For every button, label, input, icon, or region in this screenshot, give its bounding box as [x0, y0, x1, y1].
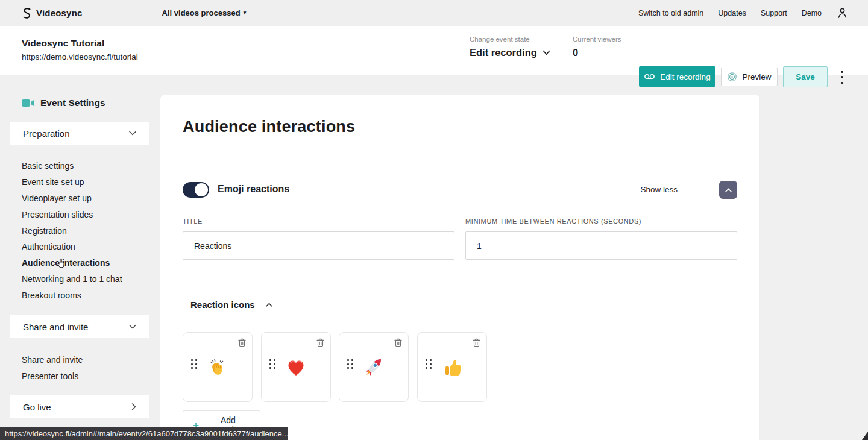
sidebar-group-share-and-invite[interactable]: Share and invite: [10, 315, 149, 338]
video-status-dropdown[interactable]: All videos processed ▾: [162, 8, 247, 17]
chevron-down-icon: [129, 131, 136, 136]
preparation-items: Basic settings Event site set up Videopl…: [22, 158, 122, 303]
record-icon: [644, 73, 655, 80]
chevron-up-icon: [725, 188, 732, 192]
sidebar-item-networking-chat[interactable]: Networking and 1 to 1 chat: [22, 271, 122, 288]
chevron-down-icon: [129, 324, 136, 329]
edit-recording-button[interactable]: Edit recording: [639, 66, 715, 87]
chevron-down-icon: [542, 50, 550, 55]
edit-recording-label: Edit recording: [660, 72, 710, 81]
delete-reaction-icon[interactable]: [237, 337, 248, 348]
current-viewers-count: 0: [573, 47, 621, 58]
share-items: Share and invite Presenter tools: [22, 352, 83, 385]
top-bar: Videosync All videos processed ▾ Switch …: [0, 0, 868, 26]
nav-link-support[interactable]: Support: [761, 9, 787, 17]
share-and-invite-label: Share and invite: [23, 322, 88, 332]
current-viewers-label: Current viewers: [573, 36, 621, 43]
event-state-block: Change event state Edit recording: [470, 36, 550, 58]
delete-reaction-icon[interactable]: [471, 337, 482, 348]
corner-artifact: [862, 432, 868, 440]
event-state-select[interactable]: Edit recording: [470, 47, 550, 58]
title-input[interactable]: [183, 231, 454, 260]
drag-handle-icon[interactable]: [269, 359, 275, 375]
videosync-logo[interactable]: Videosync: [22, 7, 83, 19]
nav-link-switch-old-admin[interactable]: Switch to old admin: [638, 9, 703, 17]
collapse-section-button[interactable]: [719, 181, 737, 199]
nav-link-demo[interactable]: Demo: [802, 9, 822, 17]
page-title: Audience interactions: [183, 118, 355, 136]
sidebar-item-basic-settings[interactable]: Basic settings: [22, 158, 122, 174]
delete-reaction-icon[interactable]: [315, 337, 326, 348]
sidebar-item-presentation-slides[interactable]: Presentation slides: [22, 206, 122, 222]
audience-interactions-panel: Audience interactions Emoji reactions Sh…: [160, 95, 760, 440]
emoji-reactions-toggle[interactable]: [183, 182, 209, 198]
video-status-label: All videos processed: [162, 8, 241, 17]
reaction-card-heart: [261, 332, 331, 402]
save-label: Save: [796, 72, 815, 81]
chevron-up-icon: [266, 303, 272, 307]
event-header: Videosync Tutorial https://demo.videosyn…: [0, 26, 868, 75]
reaction-icons-header[interactable]: Reaction icons: [190, 300, 272, 310]
sidebar-item-registration[interactable]: Registration: [22, 222, 122, 239]
sidebar-item-videoplayer-set-up[interactable]: Videoplayer set up: [22, 190, 122, 207]
save-button[interactable]: Save: [783, 66, 828, 87]
drag-handle-icon[interactable]: [426, 359, 432, 375]
preview-label: Preview: [742, 72, 771, 81]
min-time-field-label: MINIMUM TIME BETWEEN REACTIONS (SECONDS): [465, 218, 641, 225]
nav-link-updates[interactable]: Updates: [718, 9, 746, 17]
clap-emoji-icon: [206, 355, 230, 379]
show-less-link[interactable]: Show less: [640, 185, 678, 194]
emoji-reactions-label: Emoji reactions: [218, 184, 289, 195]
heart-emoji-icon: [284, 355, 308, 379]
event-settings-header: Event Settings: [22, 98, 105, 108]
drag-handle-icon[interactable]: [191, 359, 197, 375]
thumbs-up-emoji-icon: [440, 355, 464, 379]
top-nav: Switch to old admin Updates Support Demo: [638, 7, 849, 19]
title-field-label: TITLE: [183, 218, 203, 225]
video-camera-icon: [22, 99, 35, 107]
link-preview-statusbar: https://videosync.fi/admin#/main/eventv2…: [0, 427, 288, 440]
chevron-right-icon: [131, 403, 136, 410]
videosync-logo-icon: [22, 7, 32, 19]
more-options-kebab-icon[interactable]: [838, 69, 846, 85]
event-title: Videosync Tutorial: [22, 38, 104, 49]
sidebar-item-breakout-rooms[interactable]: Breakout rooms: [22, 287, 122, 303]
sidebar-item-audience-interactions[interactable]: Audience interactions: [22, 255, 122, 271]
min-time-input[interactable]: [465, 231, 737, 260]
user-account-icon[interactable]: [836, 7, 849, 19]
emoji-reactions-header-row: Emoji reactions Show less: [183, 181, 737, 199]
brand-name: Videosync: [36, 8, 83, 18]
preparation-label: Preparation: [23, 128, 70, 139]
sidebar-item-event-site-set-up[interactable]: Event site set up: [22, 174, 122, 190]
reaction-icons-label: Reaction icons: [190, 300, 255, 310]
preview-button[interactable]: Preview: [721, 68, 778, 86]
reaction-card-thumbs-up: [417, 332, 487, 402]
go-live-label: Go live: [23, 402, 51, 412]
caret-down-icon: ▾: [244, 10, 247, 16]
rocket-emoji-icon: [361, 354, 386, 380]
reaction-card-clap: [183, 332, 253, 402]
settings-sidebar: Event Settings Preparation Basic setting…: [0, 75, 160, 440]
sidebar-item-share-and-invite[interactable]: Share and invite: [22, 352, 83, 368]
sidebar-item-authentication[interactable]: Authentication: [22, 239, 122, 255]
current-viewers-block: Current viewers 0: [573, 36, 621, 58]
reaction-cards-row: [183, 332, 487, 402]
sidebar-item-presenter-tools[interactable]: Presenter tools: [22, 368, 83, 385]
drag-handle-icon[interactable]: [347, 359, 353, 375]
delete-reaction-icon[interactable]: [393, 337, 404, 348]
reaction-card-rocket: [339, 332, 409, 402]
event-state-label: Change event state: [470, 36, 550, 43]
divider: [183, 162, 737, 162]
event-state-value: Edit recording: [470, 47, 537, 58]
sidebar-group-go-live[interactable]: Go live: [10, 395, 149, 418]
event-settings-title: Event Settings: [40, 98, 105, 108]
event-url-link[interactable]: https://demo.videosync.fi/tutorial: [22, 52, 138, 61]
preview-eye-icon: [727, 72, 737, 82]
sidebar-group-preparation[interactable]: Preparation: [10, 122, 149, 145]
